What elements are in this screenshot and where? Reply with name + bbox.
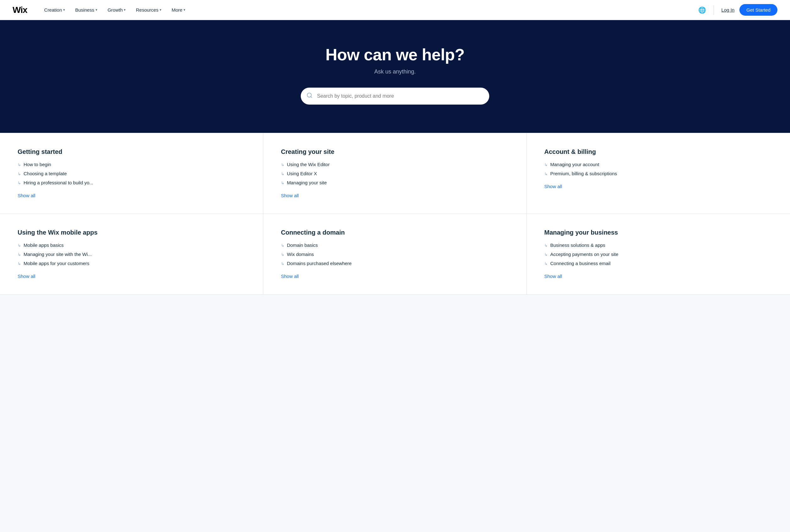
link-label: Accepting payments on your site: [550, 251, 619, 257]
show-all-link[interactable]: Show all: [544, 184, 562, 189]
category-links-list: ↳Managing your account↳Premium, billing …: [544, 162, 772, 176]
login-link[interactable]: Log In: [721, 7, 735, 13]
link-arrow-icon: ↳: [544, 252, 548, 257]
nav-links: Creation▾Business▾Growth▾Resources▾More▾: [40, 5, 698, 15]
category-title: Managing your business: [544, 229, 772, 236]
link-arrow-icon: ↳: [281, 252, 284, 257]
link-label: How to begin: [23, 162, 51, 167]
category-card-managing-business: Managing your business↳Business solution…: [527, 214, 790, 294]
hero-subtitle: Ask us anything.: [374, 69, 416, 75]
link-arrow-icon: ↳: [18, 171, 21, 176]
navigation: Wix Creation▾Business▾Growth▾Resources▾M…: [0, 0, 790, 20]
nav-right-actions: 🌐 Log In Get Started: [698, 4, 777, 16]
link-arrow-icon: ↳: [18, 180, 21, 185]
link-arrow-icon: ↳: [281, 261, 284, 266]
list-item[interactable]: ↳Mobile apps for your customers: [18, 261, 245, 266]
list-item[interactable]: ↳Wix domains: [281, 251, 509, 257]
list-item[interactable]: ↳Premium, billing & subscriptions: [544, 171, 772, 176]
list-item[interactable]: ↳Domains purchased elsewhere: [281, 261, 509, 266]
link-label: Premium, billing & subscriptions: [550, 171, 617, 176]
search-input[interactable]: [301, 88, 489, 104]
category-title: Getting started: [18, 148, 245, 155]
link-arrow-icon: ↳: [18, 163, 21, 167]
link-label: Domains purchased elsewhere: [287, 261, 352, 266]
link-arrow-icon: ↳: [281, 180, 284, 185]
nav-link-growth[interactable]: Growth▾: [103, 5, 130, 15]
list-item[interactable]: ↳Mobile apps basics: [18, 243, 245, 248]
category-links-list: ↳Mobile apps basics↳Managing your site w…: [18, 243, 245, 266]
list-item[interactable]: ↳How to begin: [18, 162, 245, 167]
nav-link-label: Business: [75, 7, 94, 13]
nav-link-label: Resources: [136, 7, 159, 13]
list-item[interactable]: ↳Using the Wix Editor: [281, 162, 509, 167]
category-card-creating-your-site: Creating your site↳Using the Wix Editor↳…: [263, 133, 527, 214]
hero-section: How can we help? Ask us anything.: [0, 20, 790, 133]
search-container: [301, 88, 489, 104]
link-arrow-icon: ↳: [18, 261, 21, 266]
list-item[interactable]: ↳Choosing a template: [18, 171, 245, 176]
nav-link-more[interactable]: More▾: [167, 5, 190, 15]
show-all-link[interactable]: Show all: [18, 193, 36, 198]
link-arrow-icon: ↳: [281, 171, 284, 176]
chevron-down-icon: ▾: [160, 8, 162, 12]
link-label: Using the Wix Editor: [287, 162, 330, 167]
list-item[interactable]: ↳Managing your account: [544, 162, 772, 167]
categories-grid: Getting started↳How to begin↳Choosing a …: [0, 133, 790, 294]
chevron-down-icon: ▾: [63, 8, 65, 12]
link-arrow-icon: ↳: [544, 163, 548, 167]
show-all-link[interactable]: Show all: [281, 193, 299, 198]
list-item[interactable]: ↳Managing your site: [281, 180, 509, 185]
link-label: Mobile apps for your customers: [23, 261, 89, 266]
nav-link-label: Creation: [44, 7, 62, 13]
category-links-list: ↳How to begin↳Choosing a template↳Hiring…: [18, 162, 245, 185]
chevron-down-icon: ▾: [124, 8, 126, 12]
get-started-button[interactable]: Get Started: [739, 4, 777, 16]
link-label: Managing your account: [550, 162, 599, 167]
list-item[interactable]: ↳Business solutions & apps: [544, 243, 772, 248]
link-label: Domain basics: [287, 243, 318, 248]
category-title: Using the Wix mobile apps: [18, 229, 245, 236]
hero-title: How can we help?: [326, 45, 465, 64]
category-links-list: ↳Business solutions & apps↳Accepting pay…: [544, 243, 772, 266]
link-label: Choosing a template: [23, 171, 67, 176]
category-title: Account & billing: [544, 148, 772, 155]
wix-logo[interactable]: Wix: [13, 5, 27, 15]
list-item[interactable]: ↳Managing your site with the Wi...: [18, 251, 245, 257]
globe-icon[interactable]: 🌐: [698, 6, 706, 14]
list-item[interactable]: ↳Accepting payments on your site: [544, 251, 772, 257]
link-arrow-icon: ↳: [544, 171, 548, 176]
category-card-using-wix-mobile: Using the Wix mobile apps↳Mobile apps ba…: [0, 214, 263, 294]
link-label: Hiring a professional to build yo...: [23, 180, 93, 185]
show-all-link[interactable]: Show all: [18, 273, 36, 279]
nav-link-label: More: [171, 7, 182, 13]
category-title: Creating your site: [281, 148, 509, 155]
category-card-getting-started: Getting started↳How to begin↳Choosing a …: [0, 133, 263, 214]
link-arrow-icon: ↳: [18, 243, 21, 248]
category-links-list: ↳Using the Wix Editor↳Using Editor X↳Man…: [281, 162, 509, 185]
show-all-link[interactable]: Show all: [281, 273, 299, 279]
link-label: Managing your site: [287, 180, 327, 185]
list-item[interactable]: ↳Domain basics: [281, 243, 509, 248]
nav-link-label: Growth: [108, 7, 123, 13]
category-card-connecting-domain: Connecting a domain↳Domain basics↳Wix do…: [263, 214, 527, 294]
link-label: Business solutions & apps: [550, 243, 605, 248]
chevron-down-icon: ▾: [95, 8, 97, 12]
link-arrow-icon: ↳: [544, 243, 548, 248]
link-label: Managing your site with the Wi...: [23, 251, 92, 257]
list-item[interactable]: ↳Hiring a professional to build yo...: [18, 180, 245, 185]
category-title: Connecting a domain: [281, 229, 509, 236]
list-item[interactable]: ↳Using Editor X: [281, 171, 509, 176]
nav-link-creation[interactable]: Creation▾: [40, 5, 70, 15]
link-arrow-icon: ↳: [18, 252, 21, 257]
list-item[interactable]: ↳Connecting a business email: [544, 261, 772, 266]
nav-link-resources[interactable]: Resources▾: [131, 5, 166, 15]
nav-divider: [714, 5, 714, 15]
category-card-account-billing: Account & billing↳Managing your account↳…: [527, 133, 790, 214]
nav-link-business[interactable]: Business▾: [71, 5, 102, 15]
link-label: Connecting a business email: [550, 261, 610, 266]
link-arrow-icon: ↳: [281, 243, 284, 248]
link-arrow-icon: ↳: [281, 163, 284, 167]
show-all-link[interactable]: Show all: [544, 273, 562, 279]
chevron-down-icon: ▾: [184, 8, 185, 12]
link-label: Mobile apps basics: [23, 243, 64, 248]
